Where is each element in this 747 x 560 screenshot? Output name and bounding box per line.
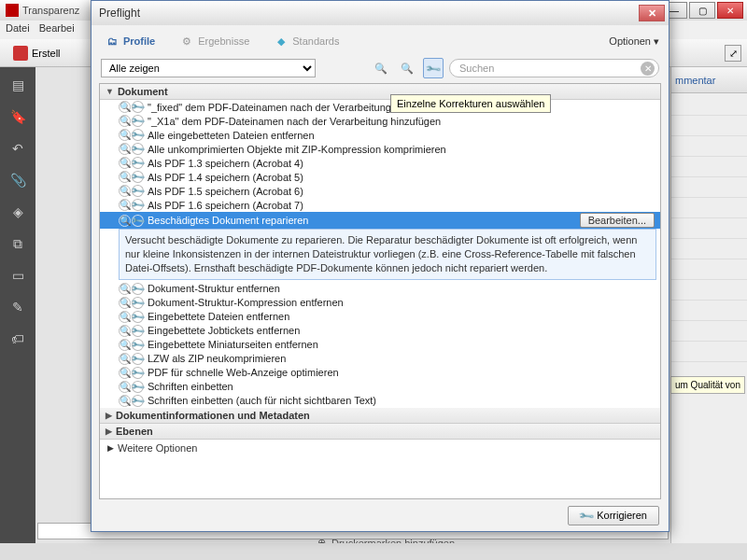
edit-button[interactable]: Bearbeiten... — [580, 213, 655, 228]
chevron-right-icon: ▶ — [106, 411, 112, 420]
magnifier-icon: 🔍 — [119, 339, 131, 351]
more-options[interactable]: ▶ Weitere Optionen — [100, 440, 660, 456]
fixup-item[interactable]: 🔍🔧Dokument-Struktur-Kompression entferne… — [100, 296, 660, 310]
fixup-item[interactable]: 🔍🔧Als PDF 1.4 speichern (Acrobat 5) — [100, 170, 660, 184]
attach-icon[interactable]: 📎 — [9, 172, 26, 189]
chevron-right-icon: ▶ — [107, 443, 114, 453]
dialog-footer: 🔧 Korrigieren — [92, 499, 669, 531]
list-item[interactable] — [671, 157, 747, 177]
list-item[interactable] — [671, 116, 747, 136]
list-item[interactable] — [671, 342, 747, 362]
list-item[interactable] — [671, 95, 747, 116]
layers-icon[interactable]: ◈ — [9, 203, 26, 220]
fixup-item-icons: 🔍🔧 — [119, 353, 144, 365]
magnifier-wrench-icon: 🔍 — [374, 63, 388, 75]
wrench-icon: 🔧 — [129, 308, 146, 325]
fixups-tree[interactable]: ▼ Dokument 🔍🔧"_fixed" dem PDF-Dateinamen… — [99, 83, 661, 499]
fixup-item-selected[interactable]: 🔍🔧 Beschädigtes Dokument reparieren Bear… — [100, 212, 660, 229]
wrench-icon: 🔧 — [129, 196, 146, 213]
wrench-icon: 🔧 — [129, 294, 146, 311]
fixup-item[interactable]: 🔍🔧Schriften einbetten — [100, 380, 660, 394]
signature-icon[interactable]: ✎ — [9, 299, 26, 315]
fixup-item[interactable]: 🔍🔧Als PDF 1.5 speichern (Acrobat 6) — [100, 184, 660, 198]
fix-button[interactable]: 🔧 Korrigieren — [568, 506, 659, 525]
list-item[interactable] — [671, 259, 747, 280]
fixup-item-icons: 🔍🔧 — [119, 311, 144, 323]
fixup-item[interactable]: 🔍🔧Dokument-Struktur entfernen — [100, 282, 660, 296]
fixup-item-label: Beschädigtes Dokument reparieren — [148, 215, 308, 226]
fixup-item[interactable]: 🔍🔧Eingebettete Jobtickets entfernen — [100, 324, 660, 338]
list-item[interactable] — [671, 280, 747, 301]
list-item[interactable] — [671, 177, 747, 198]
fixup-item-icons: 🔍🔧 — [119, 143, 144, 155]
list-item[interactable] — [671, 321, 747, 342]
fixup-item[interactable]: 🔍🔧Eingebettete Dateien entfernen — [100, 310, 660, 324]
fixup-item[interactable]: 🔍🔧Eingebettete Miniaturseiten entfernen — [100, 338, 660, 352]
magnifier-icon: 🔍 — [119, 143, 131, 155]
magnifier-icon: 🔍 — [119, 157, 131, 169]
magnifier-icon: 🔍 — [119, 283, 131, 295]
fixup-item-label: Dokument-Struktur-Kompression entfernen — [148, 297, 344, 308]
wrench-icon: 🔧 — [129, 392, 146, 409]
fixup-item-label: Als PDF 1.4 speichern (Acrobat 5) — [148, 172, 303, 183]
list-item[interactable] — [671, 218, 747, 239]
menu-file[interactable]: Datei — [6, 22, 30, 37]
fixup-item[interactable]: 🔍🔧Schriften einbetten (auch für nicht si… — [100, 394, 660, 408]
options-menu[interactable]: Optionen ▾ — [609, 35, 659, 48]
clear-search-icon[interactable]: ✕ — [641, 62, 655, 76]
undo-icon[interactable]: ↶ — [9, 140, 26, 157]
wrench-icon: 🔧 — [129, 280, 146, 297]
tab-profile[interactable]: 🗂 Profile — [101, 31, 159, 51]
fixup-item[interactable]: 🔍🔧LZW als ZIP neukomprimieren — [100, 352, 660, 366]
expand-icon[interactable]: ⤢ — [725, 45, 741, 62]
fixup-item[interactable]: 🔍🔧Alle eingebetteten Dateien entfernen — [100, 128, 660, 142]
group-layers[interactable]: ▶ Ebenen — [100, 424, 660, 440]
pages-icon[interactable]: ▤ — [9, 77, 26, 93]
fixup-item-icons: 🔍🔧 — [119, 115, 144, 127]
magnifier-icon: 🔍 — [119, 325, 131, 337]
list-item[interactable] — [671, 136, 747, 157]
document-icon[interactable]: ▭ — [9, 267, 26, 284]
fixup-item[interactable]: 🔍🔧"_X1a" dem PDF-Dateinamen nach der Ver… — [100, 114, 660, 128]
close-button[interactable]: ✕ — [717, 2, 743, 19]
show-filter-select[interactable]: Alle zeigen — [101, 59, 316, 77]
fixup-item-label: Alle eingebetteten Dateien entfernen — [148, 130, 315, 141]
wrench-icon: 🔧 — [129, 350, 146, 367]
magnifier-icon: 🔍 — [401, 63, 414, 75]
fixup-item-label: Eingebettete Dateien entfernen — [148, 311, 289, 322]
comment-tab[interactable]: mmentar — [671, 67, 747, 93]
fixup-description: Versucht beschädigte Dokumente zu repari… — [119, 229, 656, 280]
fixup-item-label: Als PDF 1.3 speichern (Acrobat 4) — [148, 158, 303, 169]
fixup-item-icons: 🔍🔧 — [119, 185, 144, 197]
dialog-close-button[interactable]: ✕ — [639, 5, 665, 21]
magnifier-icon: 🔍 — [119, 215, 131, 227]
menu-edit[interactable]: Bearbei — [39, 22, 75, 37]
flatten-icon[interactable]: ⧉ — [9, 235, 26, 252]
fixup-item[interactable]: 🔍🔧Alle unkomprimierten Objekte mit ZIP-K… — [100, 142, 660, 156]
filter-button-2[interactable]: 🔍 — [397, 58, 417, 78]
create-pdf-button[interactable]: Erstell — [7, 44, 66, 63]
fixup-item-icons: 🔍🔧 — [119, 381, 144, 393]
left-sidebar: ▤ 🔖 ↶ 📎 ◈ ⧉ ▭ ✎ 🏷 — [0, 67, 35, 543]
filter-single-fixups-button[interactable]: 🔧 — [423, 58, 444, 78]
fixup-item[interactable]: 🔍🔧Als PDF 1.3 speichern (Acrobat 4) — [100, 156, 660, 170]
tag-icon[interactable]: 🏷 — [9, 330, 26, 347]
bookmark-icon[interactable]: 🔖 — [9, 108, 26, 125]
list-item[interactable] — [671, 301, 747, 321]
tab-results[interactable]: ⚙ Ergebnisse — [176, 31, 253, 51]
search-field[interactable]: Suchen ✕ — [449, 59, 659, 77]
group-docinfo[interactable]: ▶ Dokumentinformationen und Metadaten — [100, 408, 660, 424]
tab-standards[interactable]: ◆ Standards — [270, 31, 343, 51]
fixup-item-icons: 🔍🔧 — [119, 339, 144, 351]
fixup-item[interactable]: 🔍🔧Als PDF 1.6 speichern (Acrobat 7) — [100, 198, 660, 212]
wrench-icon: 🔧 — [129, 336, 146, 353]
fixup-item[interactable]: 🔍🔧PDF für schnelle Web-Anzeige optimiere… — [100, 366, 660, 380]
maximize-button[interactable]: ▢ — [689, 2, 715, 19]
main-window-controls: — ▢ ✕ — [661, 2, 743, 19]
magnifier-icon: 🔍 — [119, 115, 131, 127]
fixup-item[interactable]: 🔍🔧"_fixed" dem PDF-Dateinamen nach der V… — [100, 100, 660, 114]
filter-button-1[interactable]: 🔍 — [371, 58, 391, 78]
list-item[interactable] — [671, 198, 747, 218]
list-item[interactable] — [671, 239, 747, 259]
group-document[interactable]: ▼ Dokument — [100, 84, 660, 100]
